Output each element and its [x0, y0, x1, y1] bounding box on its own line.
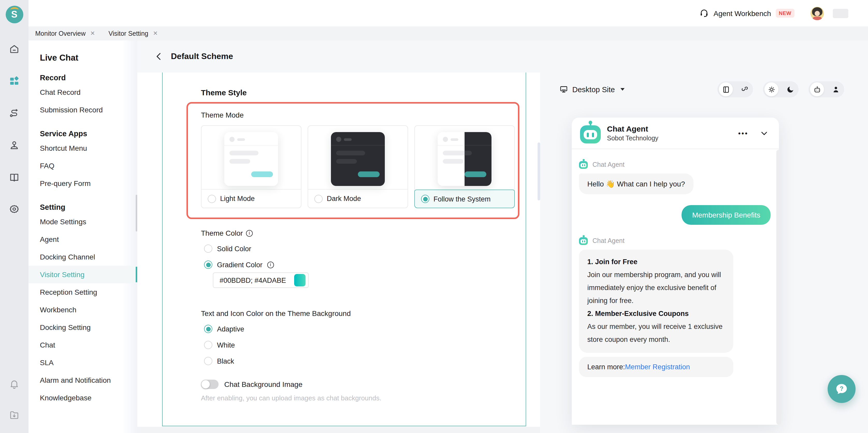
sidebar-item-docking-setting[interactable]: Docking Setting: [29, 318, 137, 336]
home-icon[interactable]: [8, 43, 20, 54]
help-fab[interactable]: ?: [828, 375, 856, 403]
theme-style-panel: Theme Style Theme Mode: [162, 72, 526, 426]
robot-avatar-small: [579, 236, 588, 245]
radio-follow-system[interactable]: [421, 195, 429, 203]
close-icon[interactable]: ✕: [153, 30, 158, 37]
radio-white[interactable]: White: [204, 340, 526, 350]
radio-gradient-color[interactable]: Gradient Colori: [204, 260, 526, 269]
download-folder-icon[interactable]: [8, 409, 20, 421]
theme-mode-label: Theme Mode: [201, 111, 518, 119]
agent-label: Chat Agent: [592, 161, 625, 168]
gradient-color-input[interactable]: #00BDBD; #4ADABE: [213, 273, 309, 288]
radio-dark-mode[interactable]: [314, 194, 323, 203]
sidebar-item-agent[interactable]: Agent: [29, 230, 137, 248]
gradient-color-swatch[interactable]: [294, 274, 306, 286]
moon-icon[interactable]: [783, 82, 797, 96]
chat-background-toggle[interactable]: [201, 380, 219, 389]
sidebar-item-docking-channel[interactable]: Docking Channel: [29, 248, 137, 266]
notification-bell-icon[interactable]: [8, 378, 20, 390]
sidebar-item-chat-record[interactable]: Chat Record: [29, 83, 137, 101]
flow-icon[interactable]: [8, 107, 20, 119]
back-button[interactable]: [154, 51, 164, 62]
more-options-icon[interactable]: •••: [738, 129, 748, 137]
sidebar-item-sla[interactable]: SLA: [29, 354, 137, 371]
sidebar-item-chat[interactable]: Chat: [29, 336, 137, 354]
section-header-record: Record: [40, 73, 137, 82]
follow-system-thumbnail: [438, 132, 492, 186]
settings-scrollbar[interactable]: [537, 143, 540, 200]
learn-more-prefix: Learn more:: [587, 363, 625, 371]
sidebar-item-shortcut-menu[interactable]: Shortcut Menu: [29, 139, 137, 157]
section-title: Theme Style: [201, 88, 526, 97]
tab-monitor-overview[interactable]: Monitor Overview ✕: [35, 30, 95, 37]
logo-arc: [10, 7, 19, 12]
brand-logo[interactable]: S: [5, 6, 23, 23]
preview-area: Desktop Site: [540, 72, 868, 433]
light-dark-toggle: [763, 81, 799, 97]
radio-adaptive[interactable]: Adaptive: [204, 324, 526, 334]
new-badge: NEW: [776, 9, 795, 18]
sidebar-item-alarm-and-notification[interactable]: Alarm and Notification: [29, 371, 137, 389]
section-header-setting: Setting: [40, 203, 137, 211]
sidebar-item-faq[interactable]: FAQ: [29, 157, 137, 175]
tab-label: Visitor Setting: [108, 30, 148, 37]
settings-gear-icon[interactable]: [8, 204, 20, 215]
section-divider: [201, 426, 522, 426]
info-item2-body: As our member, you will receive 1 exclus…: [587, 323, 722, 343]
sidebar-item-reception-setting[interactable]: Reception Setting: [29, 283, 137, 301]
widget-title: Chat Agent: [607, 124, 658, 133]
widget-subtitle: Sobot Technology: [607, 135, 658, 142]
monitor-icon: [559, 85, 568, 94]
knowledgebase-icon[interactable]: [8, 172, 20, 183]
sidebar-item-pre-query-form[interactable]: Pre-query Form: [29, 175, 137, 192]
radio-solid-color[interactable]: Solid Color: [204, 244, 526, 253]
widget-scrollbar[interactable]: [776, 150, 781, 425]
chat-background-label: Chat Background Image: [224, 380, 303, 389]
radio-black[interactable]: Black: [204, 357, 526, 366]
info-item1-title: 1. Join for Free: [587, 258, 638, 266]
device-dropdown[interactable]: Desktop Site: [559, 85, 625, 94]
sidebar-item-knowledgebase[interactable]: Knowledgebase: [29, 389, 137, 407]
workbench-label[interactable]: Agent Workbench: [713, 9, 771, 17]
topbar-extra-control[interactable]: [833, 8, 848, 18]
sidebar-item-workbench[interactable]: Workbench: [29, 301, 137, 318]
chat-widget-header: Chat Agent Sobot Technology •••: [572, 118, 779, 149]
agent-label: Chat Agent: [592, 237, 625, 244]
robot-icon[interactable]: [810, 82, 824, 96]
membership-info-bubble: 1. Join for Free Join our membership pro…: [579, 250, 733, 353]
panel-layout-icon[interactable]: [719, 82, 733, 96]
theme-mode-highlight-box: Theme Mode: [186, 102, 520, 219]
close-icon[interactable]: ✕: [90, 30, 95, 37]
minimize-chevron-icon[interactable]: [760, 129, 769, 137]
info-icon[interactable]: i: [267, 261, 274, 268]
sidebar-item-visitor-setting[interactable]: Visitor Setting: [29, 266, 137, 283]
user-avatar[interactable]: [810, 6, 824, 20]
app-window: S: [0, 0, 868, 433]
theme-mode-card-follow-system[interactable]: Follow the System: [414, 125, 515, 208]
bot-agent-toggle: [808, 81, 844, 97]
radio-light-mode[interactable]: [208, 194, 216, 203]
tab-visitor-setting[interactable]: Visitor Setting ✕: [108, 30, 158, 37]
robot-avatar: [580, 123, 601, 144]
sun-icon[interactable]: [765, 82, 778, 96]
sidebar-item-mode-settings[interactable]: Mode Settings: [29, 213, 137, 230]
info-icon[interactable]: i: [246, 230, 253, 237]
theme-mode-card-light[interactable]: Light Mode: [201, 125, 302, 208]
gradient-color-value: #00BDBD; #4ADABE: [220, 276, 294, 284]
headset-icon: [699, 8, 709, 18]
apps-grid-icon[interactable]: [8, 75, 20, 87]
info-item1-body: Join our membership program, and you wil…: [587, 271, 721, 305]
sidebar-item-submission-record[interactable]: Submission Record: [29, 101, 137, 119]
chevron-down-icon: [620, 88, 625, 91]
person-icon[interactable]: [829, 82, 843, 96]
learn-more-bubble: Learn more:Member Registration: [579, 357, 733, 377]
customer-icon[interactable]: [8, 139, 20, 151]
sidenav: Live Chat Record Chat Record Submission …: [29, 40, 137, 433]
link-icon[interactable]: [738, 82, 751, 96]
user-reply-bubble[interactable]: Membership Benefits: [682, 205, 771, 225]
section-header-service-apps: Service Apps: [40, 129, 137, 138]
theme-mode-card-dark[interactable]: Dark Mode: [308, 125, 408, 208]
sidenav-title: Live Chat: [40, 53, 137, 63]
page-title: Default Scheme: [171, 52, 233, 61]
member-registration-link[interactable]: Member Registration: [625, 363, 690, 371]
